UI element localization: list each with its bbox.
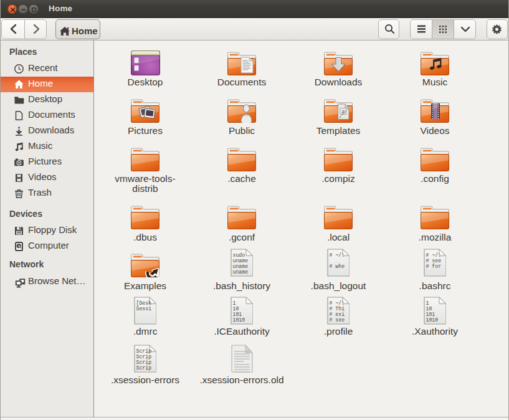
svg-text:1: 1: [233, 300, 236, 306]
svg-text:Scrip: Scrip: [136, 365, 152, 370]
svg-text:[Desk: [Desk: [136, 300, 152, 306]
svg-text:# see: # see: [426, 258, 442, 264]
svg-text:10: 10: [426, 306, 432, 312]
svg-text:# for: # for: [426, 264, 442, 269]
svg-text:101: 101: [233, 312, 242, 317]
svg-text:Sessi: Sessi: [136, 306, 152, 312]
svg-text:sudo: sudo: [233, 252, 245, 258]
svg-text:1010: 1010: [233, 317, 245, 323]
svg-text:10: 10: [233, 306, 239, 312]
svg-text:# see: # see: [330, 317, 345, 323]
svg-text:# ~/:: # ~/:: [330, 300, 345, 306]
svg-text:# whe: # whe: [330, 264, 345, 269]
svg-text:Scrip: Scrip: [136, 353, 152, 359]
svg-text:uname: uname: [233, 258, 249, 264]
svg-text:Scrip: Scrip: [136, 348, 152, 353]
svg-text:Scrip: Scrip: [136, 359, 152, 365]
svg-text:# exi: # exi: [330, 312, 345, 317]
svg-text:101: 101: [426, 312, 435, 317]
svg-text:1: 1: [426, 300, 429, 306]
svg-text:# ~/:: # ~/:: [426, 252, 442, 258]
svg-text:# ~/:: # ~/:: [330, 252, 345, 258]
svg-text:uname: uname: [233, 264, 249, 269]
svg-text:# Thi: # Thi: [330, 306, 345, 312]
svg-text:1010: 1010: [426, 317, 439, 323]
svg-text:uname: uname: [233, 269, 249, 275]
